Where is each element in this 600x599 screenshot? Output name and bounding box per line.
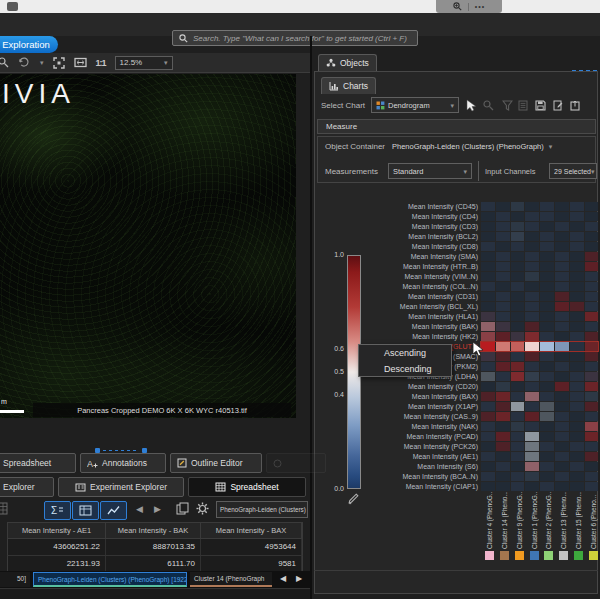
heatmap-cell[interactable] [496, 472, 510, 481]
tab-charts[interactable]: Charts [321, 77, 376, 94]
heatmap-cell[interactable] [585, 442, 599, 451]
heatmap-cell[interactable] [555, 372, 569, 381]
heatmap-cell[interactable] [481, 382, 495, 391]
sheet-tab-phenograph[interactable]: PhenoGraph-Leiden (Clusters) (PhenoGraph… [33, 572, 187, 587]
heatmap-cell[interactable] [570, 482, 584, 491]
edit-colorbar-pencil-icon[interactable] [347, 493, 359, 505]
heatmap-cell[interactable] [511, 322, 525, 331]
image-viewport[interactable]: IVIA Pancreas Cropped DEMO 6K X 6K WYC r… [0, 74, 296, 418]
zoom-tool-icon[interactable] [453, 2, 462, 11]
heatmap-cell[interactable] [585, 252, 599, 261]
heatmap-cell[interactable] [481, 372, 495, 381]
heatmap-row-label[interactable]: Mean Intensity (NAK) [318, 422, 478, 432]
heatmap-cell[interactable] [555, 242, 569, 251]
heatmap-cell[interactable] [496, 372, 510, 381]
cluster-color-swatch[interactable] [485, 551, 494, 560]
heatmap-cell[interactable] [481, 312, 495, 321]
heatmap-cell[interactable] [525, 472, 539, 481]
heatmap-cell[interactable] [511, 282, 525, 291]
cluster-color-swatch[interactable] [574, 551, 583, 560]
heatmap-cell[interactable] [555, 472, 569, 481]
heatmap-grid[interactable] [481, 202, 598, 491]
table-header-cell[interactable]: Mean Intensity - AE1 [8, 523, 106, 538]
heatmap-cell[interactable] [525, 402, 539, 411]
sheet-tab-cluster14[interactable]: Cluster 14 (PhenoGraph [190, 572, 272, 587]
heatmap-cell[interactable] [525, 232, 539, 241]
filter-icon[interactable] [502, 100, 513, 111]
heatmap-cell[interactable] [496, 232, 510, 241]
heatmap-cell[interactable] [570, 422, 584, 431]
heatmap-cell[interactable] [540, 252, 554, 261]
heatmap-cell[interactable] [496, 382, 510, 391]
heatmap-cell[interactable] [585, 382, 599, 391]
heatmap-cell[interactable] [540, 282, 554, 291]
heatmap-cell[interactable] [496, 452, 510, 461]
heatmap-cell[interactable] [481, 262, 495, 271]
heatmap-cell[interactable] [570, 352, 584, 361]
heatmap-cell[interactable] [511, 402, 525, 411]
heatmap-cell[interactable] [481, 472, 495, 481]
heatmap-cell[interactable] [525, 202, 539, 211]
heatmap-cell[interactable] [570, 392, 584, 401]
heatmap-cell[interactable] [525, 342, 539, 351]
heatmap-cell[interactable] [540, 212, 554, 221]
heatmap-cell[interactable] [555, 212, 569, 221]
heatmap-cell[interactable] [481, 302, 495, 311]
heatmap-cell[interactable] [511, 452, 525, 461]
heatmap-cell[interactable] [525, 332, 539, 341]
heatmap-cell[interactable] [511, 422, 525, 431]
heatmap-cell[interactable] [496, 412, 510, 421]
heatmap-cell[interactable] [585, 282, 599, 291]
heatmap-cell[interactable] [496, 362, 510, 371]
heatmap-cell[interactable] [585, 332, 599, 341]
heatmap-cell[interactable] [525, 442, 539, 451]
heatmap-cell[interactable] [570, 362, 584, 371]
heatmap-cell[interactable] [555, 252, 569, 261]
heatmap-cell[interactable] [496, 292, 510, 301]
heatmap-cell[interactable] [511, 482, 525, 491]
viewer-search-icon[interactable] [0, 57, 9, 68]
tab-exploration[interactable]: Exploration [0, 36, 58, 53]
heatmap-cell[interactable] [570, 332, 584, 341]
heatmap-cell[interactable] [540, 462, 554, 471]
heatmap-cell[interactable] [540, 392, 554, 401]
heatmap-row-label[interactable]: Mean Intensity (BAX) [318, 392, 478, 402]
heatmap-cell[interactable] [481, 482, 495, 491]
heatmap-cell[interactable] [525, 222, 539, 231]
heatmap-cell[interactable] [496, 332, 510, 341]
context-menu-item[interactable]: Ascending [359, 345, 451, 361]
heatmap-cell[interactable] [540, 412, 554, 421]
copy-table-icon[interactable] [176, 502, 189, 515]
heatmap-cell[interactable] [496, 312, 510, 321]
heatmap-cell[interactable] [570, 432, 584, 441]
heatmap-row-label[interactable]: Mean Intensity (PCK26) [318, 442, 478, 452]
heatmap-cell[interactable] [540, 452, 554, 461]
heatmap-cell[interactable] [481, 462, 495, 471]
heatmap-cell[interactable] [570, 372, 584, 381]
actual-size-button[interactable]: 1:1 [96, 58, 106, 68]
heatmap-cell[interactable] [481, 202, 495, 211]
undo-icon[interactable] [18, 57, 31, 68]
heatmap-cell[interactable] [481, 402, 495, 411]
heatmap-cell[interactable] [585, 402, 599, 411]
fit-width-icon[interactable] [74, 57, 87, 68]
heatmap-cell[interactable] [540, 332, 554, 341]
heatmap-cell[interactable] [540, 262, 554, 271]
heatmap-cell[interactable] [570, 282, 584, 291]
heatmap-cell[interactable] [525, 252, 539, 261]
context-menu-item[interactable]: Descending [359, 361, 451, 377]
heatmap-cell[interactable] [555, 232, 569, 241]
heatmap-cell[interactable] [555, 312, 569, 321]
heatmap-cell[interactable] [511, 332, 525, 341]
previous-page-icon[interactable]: ◀ [136, 504, 143, 514]
zoom-selection-icon[interactable] [483, 100, 494, 111]
cluster-color-swatch[interactable] [530, 551, 539, 560]
heatmap-cell[interactable] [496, 282, 510, 291]
heatmap-cell[interactable] [481, 322, 495, 331]
export-image-icon[interactable] [570, 100, 581, 111]
heatmap-cell[interactable] [555, 222, 569, 231]
heatmap-cell[interactable] [585, 352, 599, 361]
chart-view-toggle-button[interactable] [100, 501, 127, 520]
object-container-dropdown[interactable]: PhenoGraph-Leiden (Clusters) (PhenoGraph… [392, 142, 552, 151]
heatmap-cell[interactable] [496, 262, 510, 271]
